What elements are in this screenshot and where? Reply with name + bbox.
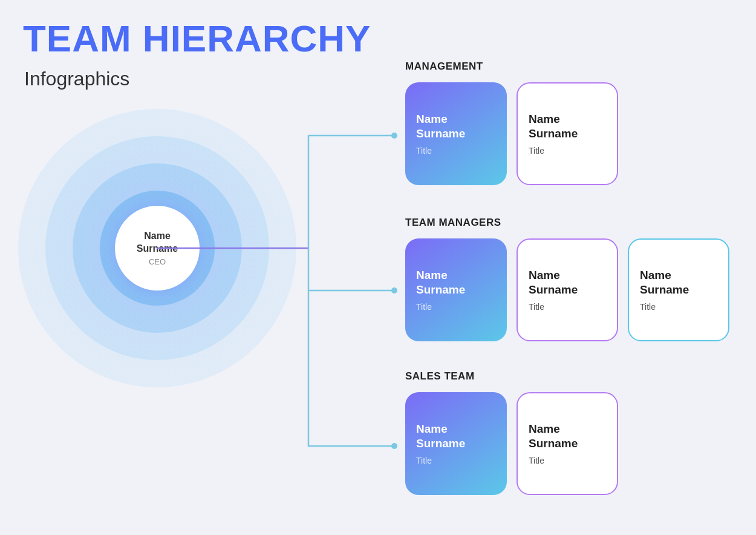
org-chart-circles: NameSurname CEO	[18, 109, 296, 387]
management-group: MANAGEMENT NameSurname Title NameSurname…	[405, 61, 618, 190]
management-cards-row: NameSurname Title NameSurname Title	[405, 82, 618, 185]
sales-team-label: SALES TEAM	[405, 370, 618, 382]
sales-team-card-2: NameSurname Title	[516, 392, 618, 495]
team-managers-label: TEAM MANAGERS	[405, 217, 729, 229]
management-card-2-name: NameSurname	[529, 112, 606, 141]
team-managers-card-2-title: Title	[529, 302, 606, 312]
management-card-1: NameSurname Title	[405, 82, 507, 185]
team-managers-cards-row: NameSurname Title NameSurname Title Name…	[405, 238, 729, 341]
management-card-2-title: Title	[529, 146, 606, 156]
svg-point-5	[391, 287, 397, 294]
management-label: MANAGEMENT	[405, 61, 618, 73]
sales-team-cards-row: NameSurname Title NameSurname Title	[405, 392, 618, 495]
page-title: TEAM HIERARCHY	[23, 17, 371, 60]
sales-team-card-2-name: NameSurname	[529, 422, 606, 451]
sales-team-card-1: NameSurname Title	[405, 392, 507, 495]
svg-point-7	[391, 443, 397, 449]
center-circle: NameSurname CEO	[115, 206, 200, 290]
management-card-2: NameSurname Title	[516, 82, 618, 185]
ceo-title: CEO	[149, 257, 166, 266]
management-card-1-name: NameSurname	[416, 112, 496, 141]
team-managers-card-1: NameSurname Title	[405, 238, 507, 341]
team-managers-card-3: NameSurname Title	[628, 238, 729, 341]
sales-team-card-1-name: NameSurname	[416, 422, 496, 451]
sales-team-card-1-title: Title	[416, 456, 496, 465]
team-managers-card-3-title: Title	[640, 302, 717, 312]
team-managers-card-2: NameSurname Title	[516, 238, 618, 341]
management-card-1-title: Title	[416, 146, 496, 156]
team-managers-card-1-name: NameSurname	[416, 268, 496, 297]
sales-team-group: SALES TEAM NameSurname Title NameSurname…	[405, 370, 618, 500]
page-subtitle: Infographics	[24, 68, 129, 90]
team-managers-group: TEAM MANAGERS NameSurname Title NameSurn…	[405, 217, 729, 346]
team-managers-card-3-name: NameSurname	[640, 268, 717, 297]
sales-team-card-2-title: Title	[529, 456, 606, 465]
svg-point-3	[391, 133, 397, 139]
ceo-name: NameSurname	[137, 230, 178, 255]
team-managers-card-2-name: NameSurname	[529, 268, 606, 297]
team-managers-card-1-title: Title	[416, 302, 496, 312]
